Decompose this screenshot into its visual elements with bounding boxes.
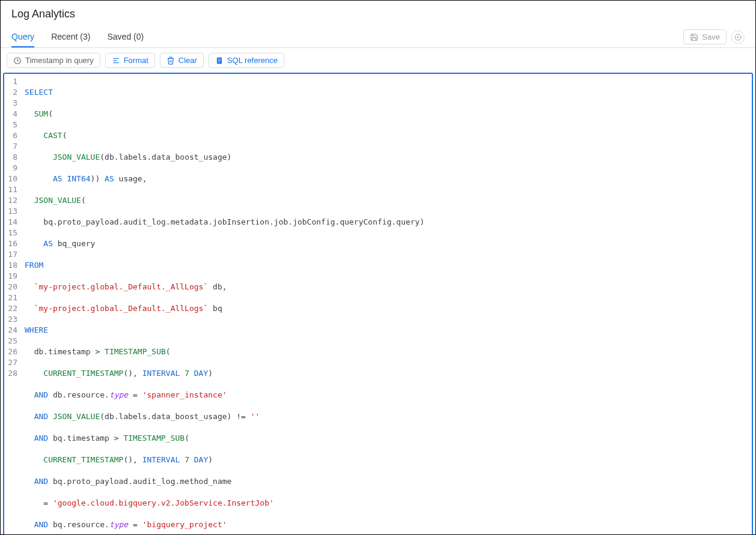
- tab-recent[interactable]: Recent (3): [51, 27, 90, 47]
- editor-toolbar: Timestamp in query Format Clear SQL refe…: [1, 48, 755, 73]
- run-circle-button[interactable]: [731, 31, 745, 44]
- line-gutter: 1234567891011121314151617181920212223242…: [4, 74, 21, 535]
- timestamp-label: Timestamp in query: [25, 56, 94, 65]
- page-title: Log Analytics: [1, 1, 755, 26]
- format-button[interactable]: Format: [105, 53, 155, 68]
- sqlref-label: SQL reference: [227, 56, 278, 65]
- top-tabbar: Query Recent (3) Saved (0) Save: [1, 26, 755, 48]
- clear-label: Clear: [178, 56, 197, 65]
- save-label: Save: [702, 32, 720, 41]
- code-area[interactable]: SELECT SUM( CAST( JSON_VALUE(db.labels.d…: [21, 74, 752, 535]
- format-icon: [112, 56, 120, 65]
- clear-button[interactable]: Clear: [160, 53, 204, 68]
- svg-marker-1: [737, 36, 739, 38]
- timestamp-button[interactable]: Timestamp in query: [7, 53, 100, 68]
- sql-editor[interactable]: 1234567891011121314151617181920212223242…: [3, 73, 753, 535]
- tab-saved[interactable]: Saved (0): [107, 27, 144, 47]
- format-label: Format: [124, 56, 148, 65]
- tab-query[interactable]: Query: [11, 27, 34, 47]
- save-icon: [690, 33, 698, 41]
- doc-icon: [215, 56, 224, 65]
- save-button[interactable]: Save: [683, 29, 727, 44]
- sql-reference-button[interactable]: SQL reference: [209, 53, 284, 68]
- trash-icon: [166, 56, 175, 65]
- clock-icon: [13, 56, 22, 65]
